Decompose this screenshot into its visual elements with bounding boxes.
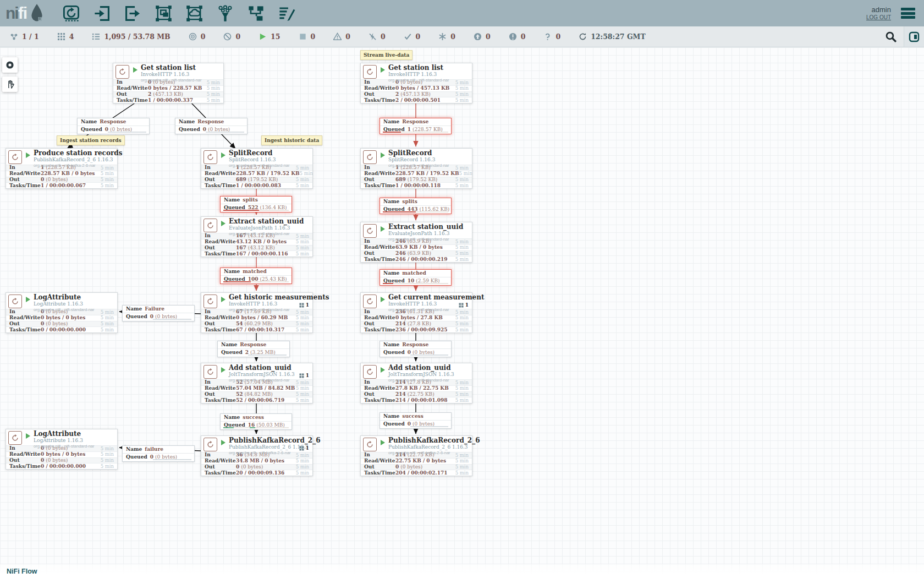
status-disabled-value: 0 — [381, 32, 386, 41]
stat-row-read-write: Read/Write43.12 KB / 0 bytes5 min — [201, 239, 312, 245]
processor-bundle: org.apache.nifi - nifi-standard-nar — [388, 378, 472, 383]
status-last-refresh[interactable]: 12:58:27 GMT — [579, 32, 646, 41]
connection-success-historic[interactable]: NamesuccessQueued16 (50.03 MB) — [220, 413, 292, 430]
stat-row-tasks-time: Tasks/Time1 / 00:00:00.0835 min — [201, 182, 312, 188]
stat-value: 214 (22.75 KB) — [395, 392, 455, 397]
running-status-icon — [26, 297, 30, 302]
processor-type-icon — [363, 295, 377, 308]
processor-publishkafka-historic[interactable]: PublishKafkaRecord_2_6PublishKafkaRecord… — [201, 435, 313, 476]
stat-label: Tasks/Time — [9, 183, 41, 188]
processor-splitrecord-live[interactable]: SplitRecordSplitRecord 1.16.3org.apache.… — [360, 148, 472, 189]
processor-add-station-uuid-historic[interactable]: Add station_uuidJoltTransformJSON 1.16.3… — [201, 363, 313, 403]
breadcrumb[interactable]: NiFi Flow — [7, 568, 37, 575]
stat-value: 57.04 MB / 84.82 MB — [236, 386, 296, 391]
stat-row-read-write: Read/Write0 bytes / 27.8 KB5 min — [361, 315, 472, 321]
tool-remote-process-group-icon[interactable] — [186, 5, 203, 22]
stat-window: 5 min — [296, 177, 309, 182]
connection-name-key: Name — [224, 198, 240, 203]
stat-label: Out — [205, 392, 236, 397]
search-icon[interactable] — [885, 31, 897, 43]
processor-logattribute-lower[interactable]: LogAttributeLogAttribute 1.16.3org.apach… — [6, 429, 118, 470]
connection-response-to-split[interactable]: NameResponseQueued0 (0 bytes) — [175, 118, 248, 134]
tool-process-group-icon[interactable] — [155, 5, 172, 22]
stat-window: 5 min — [101, 328, 114, 332]
operate-button[interactable] — [2, 77, 18, 92]
status-locally-modified-stale-value: 0 — [521, 32, 526, 41]
stat-value: 0 (0 bytes) — [41, 321, 101, 326]
connection-response-live-2[interactable]: NameResponseQueued0 (0 bytes) — [380, 341, 452, 357]
stat-window: 5 min — [300, 171, 313, 176]
stat-label: Out — [205, 177, 236, 182]
status-transmitting-value: 0 — [201, 32, 206, 41]
processor-type-icon — [363, 438, 377, 451]
processor-logattribute-upper[interactable]: LogAttributeLogAttribute 1.16.3org.apach… — [6, 292, 118, 333]
stat-row-out: Out689 (179.52 KB)5 min — [361, 177, 472, 183]
processor-splitrecord-historic[interactable]: SplitRecordSplitRecord 1.16.3org.apache.… — [201, 148, 313, 189]
connection-name-key: Name — [126, 447, 142, 452]
global-menu-icon[interactable] — [901, 8, 915, 19]
connection-matched-live[interactable]: NamematchedQueued10 (2.59 KB) — [380, 269, 452, 286]
navigate-button[interactable] — [2, 57, 18, 73]
tool-output-port-icon[interactable] — [124, 5, 141, 22]
connection-failure-upper[interactable]: NameFailureQueued0 (0 bytes) — [122, 305, 195, 321]
tool-funnel-icon[interactable] — [217, 5, 234, 22]
processor-name: Get historic measurements — [229, 294, 312, 301]
processor-extract-station-uuid-live[interactable]: Extract station_uuidEvaluateJsonPath 1.1… — [360, 222, 472, 263]
status-queued: 1,095 / 53.78 MB — [92, 32, 170, 41]
logout-link[interactable]: LOG OUT — [866, 14, 891, 21]
connection-success-live[interactable]: NamesuccessQueued0 (0 bytes) — [380, 412, 452, 429]
processor-type: SplitRecord 1.16.3 — [229, 157, 312, 162]
stat-row-read-write: Read/Write0 bytes / 0 bytes5 min — [6, 451, 117, 457]
tool-processor-icon[interactable] — [63, 5, 80, 22]
stat-label: Tasks/Time — [9, 464, 41, 469]
stat-label: Read/Write — [364, 386, 395, 391]
connection-matched-historic[interactable]: NamematchedQueued100 (25.43 KB) — [220, 268, 292, 284]
stat-row-tasks-time: Tasks/Time2 / 00:00:00.5015 min — [361, 97, 472, 103]
stat-row-out: Out214 (22.75 KB)5 min — [361, 391, 472, 397]
processor-type: LogAttribute 1.16.3 — [34, 302, 117, 307]
tool-label-icon[interactable] — [278, 5, 295, 22]
flow-canvas[interactable]: NiFi Flow Ingest station recordsIngest h… — [0, 47, 924, 578]
processor-type: EvaluateJsonPath 1.16.3 — [388, 231, 472, 236]
panel-toggle-icon[interactable] — [904, 26, 924, 47]
connection-name-row: NameResponse — [380, 341, 451, 349]
connection-response-live[interactable]: NameResponseQueued1 (228.57 KB) — [380, 118, 452, 134]
stat-row-out: Out52 (84.82 MB)5 min — [201, 391, 312, 397]
processor-name: Get current measurement — [388, 294, 472, 301]
flow-label[interactable]: Ingest station records — [57, 135, 125, 145]
processor-header: PublishKafkaRecord_2_6PublishKafkaRecord… — [201, 436, 312, 452]
stat-window: 5 min — [101, 183, 114, 188]
connection-name-row: Namesplits — [221, 197, 292, 204]
connection-failure-lower[interactable]: NamefailureQueued0 (0 bytes) — [122, 445, 195, 462]
processor-get-current-measurement[interactable]: Get current measurementInvokeHTTP 1.16.3… — [360, 292, 472, 333]
processor-produce-station-records[interactable]: Produce station recordsPublishKafkaRecor… — [6, 148, 118, 189]
processor-extract-station-uuid-historic[interactable]: Extract station_uuidEvaluateJsonPath 1.1… — [201, 216, 313, 257]
stat-label: Tasks/Time — [117, 98, 148, 103]
stat-row-read-write: Read/Write228.57 KB / 179.52 KB5 min — [361, 171, 472, 177]
tool-template-icon[interactable] — [248, 5, 265, 22]
stat-value: 246 (63.9 KB) — [395, 251, 455, 256]
stat-label: Out — [205, 321, 236, 326]
connection-name-row: Namefailure — [123, 446, 194, 454]
stat-row-out: Out2 (457.13 KB)5 min — [113, 91, 223, 97]
processor-add-station-uuid-live[interactable]: Add station_uuidJoltTransformJSON 1.16.3… — [360, 363, 472, 403]
connection-splits-historic[interactable]: NamesplitsQueued522 (136.4 KB) — [220, 196, 292, 212]
processor-name: Extract station_uuid — [229, 218, 312, 225]
processor-get-station-list-historic[interactable]: Get station listInvokeHTTP 1.16.3org.apa… — [113, 63, 224, 103]
canvas-palette — [2, 57, 18, 92]
queue-percent-bar — [383, 283, 448, 284]
flow-label[interactable]: Ingest historic data — [261, 135, 322, 145]
stat-row-read-write: Read/Write22.75 KB / 0 bytes5 min — [361, 458, 472, 464]
stat-window: 5 min — [101, 458, 114, 463]
processor-get-station-list-live[interactable]: Get station listInvokeHTTP 1.16.3org.apa… — [360, 63, 472, 103]
queue-percent-bar — [178, 132, 244, 133]
connection-splits-live[interactable]: NamesplitsQueued443 (115.62 KB) — [380, 198, 452, 214]
processor-get-historic-measurements[interactable]: Get historic measurementsInvokeHTTP 1.16… — [201, 292, 313, 333]
flow-label[interactable]: Stream live-data — [360, 50, 413, 60]
stat-window: 5 min — [455, 177, 469, 182]
stat-label: Out — [9, 177, 41, 182]
tool-input-port-icon[interactable] — [94, 5, 111, 22]
processor-publishkafka-live[interactable]: PublishKafkaRecord_2_6PublishKafkaRecord… — [360, 435, 472, 476]
connection-response-to-produce[interactable]: NameResponseQueued0 (0 bytes) — [77, 118, 150, 134]
connection-response-historic[interactable]: NameResponseQueued2 (3.25 MB) — [217, 341, 290, 357]
